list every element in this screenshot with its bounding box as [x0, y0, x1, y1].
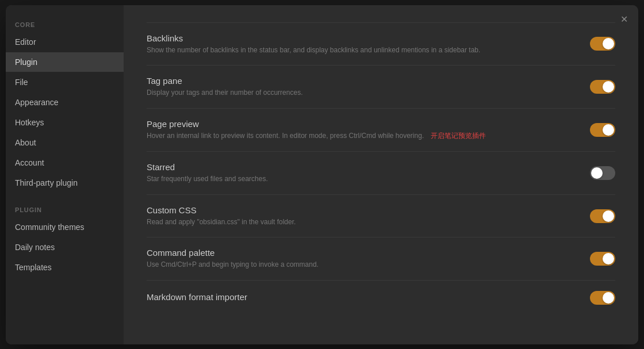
close-button[interactable]: ✕: [618, 13, 630, 26]
setting-page-preview: Page preview Hover an internal link to p…: [147, 109, 615, 152]
toggle-knob-starred: [591, 167, 603, 179]
sidebar-item-appearance[interactable]: Appearance: [6, 93, 124, 112]
toggle-knob-command-palette: [603, 253, 614, 264]
setting-name-backlinks: Backlinks: [147, 33, 578, 43]
setting-name-markdown-format: Markdown format importer: [147, 292, 578, 302]
setting-name-tag-pane: Tag pane: [147, 76, 578, 86]
setting-desc-page-preview: Hover an internal link to preview its co…: [147, 131, 578, 141]
setting-desc-starred: Star frequently used files and searches.: [147, 174, 578, 184]
toggle-knob-tag-pane: [603, 81, 614, 93]
toggle-custom-css[interactable]: [590, 209, 615, 223]
toggle-command-palette[interactable]: [590, 252, 615, 266]
sidebar-section-plugin: PLUGIN: [6, 202, 124, 217]
toggle-tag-pane[interactable]: [590, 80, 615, 94]
setting-tag-pane: Tag pane Display your tags and their num…: [147, 66, 615, 109]
toggle-page-preview[interactable]: [590, 123, 615, 137]
setting-name-command-palette: Command palette: [147, 248, 578, 258]
setting-desc-tag-pane: Display your tags and their number of oc…: [147, 88, 578, 98]
setting-desc-custom-css: Read and apply "obsidian.css" in the vau…: [147, 217, 578, 227]
setting-markdown-format: Markdown format importer: [147, 281, 615, 305]
toggle-knob-custom-css: [603, 210, 614, 222]
sidebar-item-file[interactable]: File: [6, 72, 124, 92]
sidebar-item-community-themes[interactable]: Community themes: [6, 217, 124, 237]
sidebar-section-core: CORE: [6, 17, 124, 32]
toggle-knob-markdown-format: [603, 292, 614, 304]
sidebar-item-templates[interactable]: Templates: [6, 258, 124, 277]
toggle-markdown-format[interactable]: [590, 291, 615, 305]
settings-window: ✕ CORE Editor Plugin File Appearance Hot…: [6, 5, 638, 344]
toggle-knob-backlinks: [603, 38, 614, 49]
sidebar-item-account[interactable]: Account: [6, 153, 124, 172]
sidebar-item-daily-notes[interactable]: Daily notes: [6, 237, 124, 257]
setting-name-custom-css: Custom CSS: [147, 205, 578, 215]
setting-name-page-preview: Page preview: [147, 119, 578, 129]
sidebar-item-plugin[interactable]: Plugin: [6, 52, 124, 72]
setting-starred: Starred Star frequently used files and s…: [147, 152, 615, 195]
toggle-backlinks[interactable]: [590, 37, 615, 51]
sidebar: CORE Editor Plugin File Appearance Hotke…: [6, 5, 124, 344]
main-content: Backlinks Show the number of backlinks i…: [124, 5, 638, 344]
setting-name-starred: Starred: [147, 162, 578, 172]
setting-desc-command-palette: Use Cmd/Ctrl+P and begin typing to invok…: [147, 260, 578, 270]
setting-desc-backlinks: Show the number of backlinks in the stat…: [147, 45, 578, 55]
setting-custom-css: Custom CSS Read and apply "obsidian.css"…: [147, 195, 615, 238]
page-preview-desc-text: Hover an internal link to preview its co…: [147, 132, 424, 140]
setting-command-palette: Command palette Use Cmd/Ctrl+P and begin…: [147, 237, 615, 281]
sidebar-item-editor[interactable]: Editor: [6, 32, 124, 52]
toggle-starred[interactable]: [590, 166, 615, 180]
sidebar-item-about[interactable]: About: [6, 133, 124, 152]
toggle-knob-page-preview: [603, 124, 614, 136]
page-preview-red-text: 开启笔记预览插件: [431, 132, 486, 140]
sidebar-item-third-party-plugin[interactable]: Third-party plugin: [6, 173, 124, 193]
setting-backlinks: Backlinks Show the number of backlinks i…: [147, 22, 615, 66]
sidebar-item-hotkeys[interactable]: Hotkeys: [6, 113, 124, 132]
